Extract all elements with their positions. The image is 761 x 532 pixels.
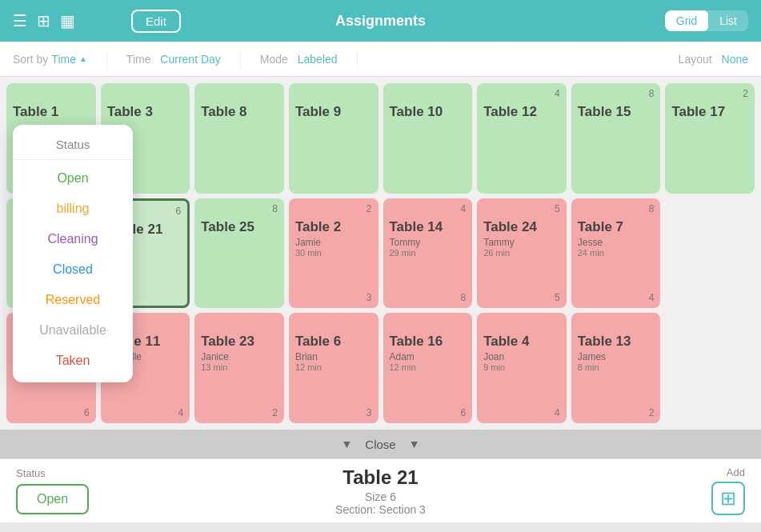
table-count-top: 8	[649, 88, 655, 99]
table-title: Table 10	[390, 104, 467, 120]
open-button[interactable]: Open	[16, 484, 89, 514]
table-server: Brian	[295, 351, 372, 362]
table-count-bot: 6	[84, 407, 90, 418]
table-count-top: 8	[649, 203, 655, 214]
layout-filter[interactable]: Layout None	[679, 53, 748, 66]
table-cell-t24[interactable]: 5Table 24Tammy26 min5	[477, 198, 567, 309]
table-count-bot: 2	[649, 407, 655, 418]
status-unavailable[interactable]: Unavailable	[13, 315, 133, 346]
table-cell[interactable]	[665, 198, 755, 309]
table-cell-t10[interactable]: Table 10	[383, 83, 473, 194]
table-time: 30 min	[295, 248, 372, 258]
time-filter[interactable]: Time Current Day	[126, 53, 221, 66]
close-left-arrow-icon: ▼	[341, 438, 352, 450]
table-cell-t2[interactable]: 2Table 2Jamie30 min3	[289, 198, 378, 309]
table-title: Table 16	[390, 334, 467, 350]
table-cell-t25[interactable]: 8Table 25	[194, 198, 284, 309]
table-count-bot: 3	[366, 292, 372, 303]
table-count-top: 2	[743, 88, 748, 99]
table-title: Table 12	[483, 104, 560, 120]
table-time: 9 min	[483, 362, 560, 372]
plus-icon: ⊞	[720, 487, 736, 510]
table-title: Table 6	[295, 334, 372, 350]
sort-label: Sort by	[13, 53, 48, 66]
filter-separator-1	[106, 50, 107, 69]
add-button[interactable]: ⊞	[711, 482, 745, 515]
list-view-icon[interactable]: ☰	[13, 11, 27, 30]
table-cell-t12[interactable]: 4Table 12	[477, 83, 567, 194]
close-right-arrow-icon: ▼	[409, 438, 420, 450]
table-title: Table 23	[201, 334, 278, 350]
bottom-left-section: Status Open	[16, 467, 112, 514]
table-cell[interactable]	[665, 313, 755, 423]
edit-button[interactable]: Edit	[131, 10, 181, 33]
table-title: Table 1	[13, 104, 90, 120]
table-count-bot: 4	[555, 407, 560, 418]
table-title: Table 25	[201, 219, 278, 235]
sort-value: Time	[51, 53, 76, 66]
bottom-right-section: Add ⊞	[649, 466, 745, 515]
dropdown-header: Status	[13, 131, 133, 160]
table-count-bot: 4	[178, 407, 184, 418]
mode-filter[interactable]: Mode Labeled	[260, 53, 338, 66]
sort-filter[interactable]: Sort by Time ▲	[13, 53, 87, 66]
table-count-bot: 4	[649, 292, 655, 303]
table-server: Tammy	[483, 237, 560, 248]
table-cell-t8[interactable]: Table 8	[194, 83, 284, 194]
table-time: 29 min	[390, 248, 467, 258]
nav-icons: ☰ ⊞ ▦	[13, 11, 75, 30]
table-count-bot: 5	[555, 292, 560, 303]
table-cell-t9[interactable]: Table 9	[289, 83, 378, 194]
status-closed[interactable]: Closed	[13, 254, 133, 285]
status-billing[interactable]: billing	[13, 194, 133, 224]
table-cell-t16[interactable]: Table 16Adam12 min6	[383, 313, 473, 423]
close-bar[interactable]: ▼ Close ▼	[0, 430, 761, 458]
table-server: Adam	[390, 351, 467, 362]
status-taken[interactable]: Taken	[13, 346, 133, 376]
filter-separator-3	[357, 50, 358, 69]
table-title: Table 17	[671, 104, 748, 120]
table-title: Table 2	[295, 219, 372, 235]
table-title: Table 4	[483, 334, 560, 350]
app-title: Assignments	[335, 13, 426, 30]
table-server: Jesse	[578, 237, 655, 248]
filter-separator-2	[240, 50, 241, 69]
selected-table-size: Size 6	[112, 490, 649, 503]
chart-view-icon[interactable]: ▦	[60, 11, 75, 30]
table-count-top: 2	[366, 203, 372, 214]
table-count-top: 5	[555, 203, 560, 214]
table-cell-t6[interactable]: Table 6Brian12 min3	[289, 313, 378, 423]
grid-view-icon[interactable]: ⊞	[37, 11, 50, 30]
list-toggle-button[interactable]: List	[708, 10, 748, 31]
layout-label: Layout	[679, 53, 712, 66]
table-title: Table 13	[578, 334, 655, 350]
table-cell-t17[interactable]: 2Table 17	[665, 83, 755, 194]
table-server: James	[578, 351, 655, 362]
layout-value: None	[722, 53, 748, 66]
table-time: 13 min	[201, 362, 278, 372]
table-time: 26 min	[483, 248, 560, 258]
mode-value: Labeled	[298, 53, 338, 66]
table-cell-t7[interactable]: 8Table 7Jesse24 min4	[571, 198, 661, 309]
view-toggle: Grid List	[665, 10, 748, 31]
table-count-top: 8	[272, 203, 278, 214]
table-cell-t13[interactable]: Table 13James8 min2	[571, 313, 661, 423]
table-cell-t23[interactable]: Table 23Janice13 min2	[194, 313, 284, 423]
table-count-top: 4	[555, 88, 560, 99]
table-title: Table 15	[578, 104, 655, 120]
status-cleaning[interactable]: Cleaning	[13, 224, 133, 254]
status-reserved[interactable]: Reserved	[13, 285, 133, 315]
sort-arrow-icon: ▲	[79, 54, 87, 63]
table-count-top: 6	[176, 206, 182, 217]
table-time: 12 min	[295, 362, 372, 372]
table-cell-t15[interactable]: 8Table 15	[571, 83, 661, 194]
table-title: Table 3	[107, 104, 184, 120]
table-cell-t4[interactable]: Table 4Joan9 min4	[477, 313, 567, 423]
status-open[interactable]: Open	[13, 163, 133, 194]
grid-toggle-button[interactable]: Grid	[665, 10, 708, 31]
table-count-bot: 8	[460, 292, 466, 303]
time-value: Current Day	[160, 53, 220, 66]
table-time: 24 min	[578, 248, 655, 258]
table-title: Table 8	[201, 104, 278, 120]
table-cell-t14[interactable]: 4Table 14Tommy29 min8	[383, 198, 473, 309]
